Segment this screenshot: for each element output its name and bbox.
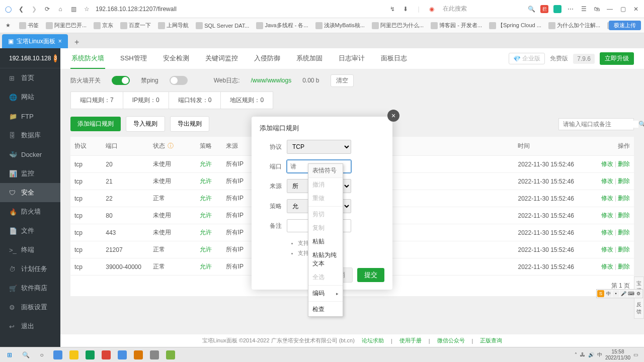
search-taskbar-icon[interactable]: 🔍 (18, 348, 33, 361)
ctx-select-all[interactable]: 全选 (308, 270, 343, 284)
ime-cn-icon[interactable]: 中 (605, 290, 612, 297)
bookmark-item[interactable]: 【Spring Cloud ... (489, 22, 541, 29)
cortana-icon[interactable]: ○ (34, 348, 49, 361)
ctx-paste-plain[interactable]: 粘贴为纯文本 (308, 248, 343, 270)
rule-tab-2[interactable]: 端口转发：0 (169, 92, 221, 109)
ctx-copy[interactable]: 复制 (308, 221, 343, 235)
download-icon[interactable]: ⬇ (401, 5, 410, 13)
bookmark-item[interactable]: 京东 (94, 22, 113, 29)
tb-app-5[interactable] (115, 348, 130, 361)
sidebar-item-1[interactable]: 🌐网站 (0, 87, 60, 107)
system-tray[interactable]: ˄ 🖧 🔊 中 15:58 2022/11/30 ▭ (575, 349, 642, 361)
fw-toggle[interactable] (112, 76, 130, 85)
security-tab-5[interactable]: 系统加固 (295, 49, 324, 69)
rule-tab-3[interactable]: 地区规则：0 (220, 92, 273, 109)
star-icon[interactable]: ☆ (83, 5, 91, 13)
help-icon[interactable]: ⓘ (168, 142, 174, 149)
tb-app-7[interactable] (147, 348, 162, 361)
tray-vol-icon[interactable]: 🔊 (588, 352, 594, 357)
enterprise-badge[interactable]: 💎 企业版 (509, 53, 545, 64)
search-icon[interactable]: 🔍 (527, 5, 535, 13)
search-input[interactable] (563, 121, 638, 128)
delete-link[interactable]: 删除 (618, 195, 630, 202)
sidebar-item-6[interactable]: 🛡安全 (0, 183, 60, 202)
delete-link[interactable]: 删除 (618, 229, 630, 236)
sidebar-item-4[interactable]: 🐳Docker (0, 145, 60, 164)
ime-bar[interactable]: S 中 • 🎤 ⌨ ⚙ (596, 289, 643, 298)
weblog-path[interactable]: /www/wwwlogs (251, 77, 291, 84)
search-engine-icon[interactable]: ◉ (428, 5, 436, 13)
ime-punct-icon[interactable]: • (612, 290, 619, 297)
security-tab-3[interactable]: 关键词监控 (204, 49, 239, 69)
ext-icon-1[interactable]: 拦 (540, 5, 548, 13)
bookmark-item[interactable]: 阿里巴巴为什么... (372, 22, 424, 29)
bookmark-item[interactable]: 书签 (19, 22, 39, 29)
ctx-emoji[interactable]: 表情符号 (308, 164, 343, 178)
security-tab-1[interactable]: SSH管理 (119, 49, 148, 69)
ctx-redo[interactable]: 重做 (308, 192, 343, 205)
sidebar-item-0[interactable]: ⊞首页 (0, 68, 60, 87)
delete-link[interactable]: 删除 (618, 246, 630, 253)
sidebar-icon[interactable]: ▥ (69, 5, 77, 13)
clear-log-button[interactable]: 清空 (331, 74, 354, 87)
delete-link[interactable]: 删除 (618, 263, 630, 270)
edit-link[interactable]: 修改 (601, 212, 613, 219)
link-wechat[interactable]: 微信公众号 (437, 337, 465, 344)
url-bar[interactable]: 192.168.10.128:21207/firewall (96, 6, 383, 13)
delete-link[interactable]: 删除 (618, 212, 630, 219)
tb-app-1[interactable] (50, 348, 65, 361)
tray-net-icon[interactable]: 🖧 (580, 352, 585, 357)
import-button[interactable]: 导入规则 (126, 116, 165, 132)
browser-tab-active[interactable]: ▣ 宝塔Linux面板 × (2, 34, 68, 48)
ping-toggle[interactable] (170, 76, 188, 85)
security-tab-0[interactable]: 系统防火墙 (70, 49, 105, 69)
forward-icon[interactable]: ❯ (30, 5, 38, 13)
browser-logo-icon[interactable]: ◯ (4, 5, 12, 13)
tb-app-3[interactable] (83, 348, 98, 361)
upgrade-button[interactable]: 立即升级 (600, 52, 634, 65)
edit-link[interactable]: 修改 (601, 229, 613, 236)
bookmark-item[interactable]: 阿里巴巴开... (46, 22, 87, 29)
bookmark-item[interactable]: 博客园 - 开发者... (431, 22, 482, 29)
start-button[interactable]: ⊞ (2, 348, 17, 361)
back-icon[interactable]: ❮ (17, 5, 25, 13)
bookmark-item[interactable]: 百度一下 (120, 22, 151, 29)
more-icon[interactable]: ⋯ (567, 5, 575, 13)
ctx-inspect[interactable]: 检查 (308, 303, 343, 316)
sidebar-item-5[interactable]: 📊监控 (0, 164, 60, 183)
new-tab-button[interactable]: + (71, 36, 83, 48)
tb-app-4[interactable] (99, 348, 114, 361)
ime-set-icon[interactable]: ⚙ (635, 290, 642, 297)
ext-icon-2[interactable] (553, 5, 561, 13)
tray-ime-icon[interactable]: 中 (597, 351, 602, 358)
ctx-paste[interactable]: 粘贴 (308, 235, 343, 248)
tab-close-icon[interactable]: × (58, 38, 62, 45)
rule-search[interactable]: 🔍 (558, 118, 634, 130)
sidebar-header[interactable]: 192.168.10.128 3 (0, 48, 60, 68)
minimize-icon[interactable]: — (606, 5, 614, 13)
edit-link[interactable]: 修改 (601, 160, 613, 167)
notification-badge[interactable]: 3 (54, 54, 57, 62)
sidebar-item-3[interactable]: 🗄数据库 (0, 126, 60, 145)
menu-icon[interactable]: ☰ (580, 5, 588, 13)
ctx-undo[interactable]: 撤消 (308, 178, 343, 192)
proto-select[interactable]: TCP (287, 140, 351, 154)
ime-logo-icon[interactable]: S (597, 290, 604, 297)
ime-mic-icon[interactable]: 🎤 (620, 290, 627, 297)
modal-close-icon[interactable]: × (387, 110, 399, 122)
tray-chevron-icon[interactable]: ˄ (575, 352, 577, 357)
tb-app-8[interactable] (163, 348, 178, 361)
cart-icon[interactable]: 🛍 (593, 5, 601, 13)
bookmark-item[interactable]: Java多线程 - 各... (256, 22, 308, 29)
rule-tab-0[interactable]: 端口规则：7 (70, 92, 123, 109)
security-tab-6[interactable]: 日志审计 (338, 49, 366, 69)
edit-link[interactable]: 修改 (601, 263, 613, 270)
submit-button[interactable]: 提交 (357, 268, 384, 282)
sidebar-item-13[interactable]: ↩退出 (0, 317, 60, 336)
magic-icon[interactable]: ↯ (388, 5, 396, 13)
search-icon[interactable]: 🔍 (638, 121, 644, 128)
sidebar-item-11[interactable]: 🛒软件商店 (0, 279, 60, 298)
search-placeholder[interactable]: 在此搜索 (443, 5, 467, 13)
security-tab-7[interactable]: 面板日志 (380, 49, 408, 69)
tb-app-6[interactable] (131, 348, 146, 361)
